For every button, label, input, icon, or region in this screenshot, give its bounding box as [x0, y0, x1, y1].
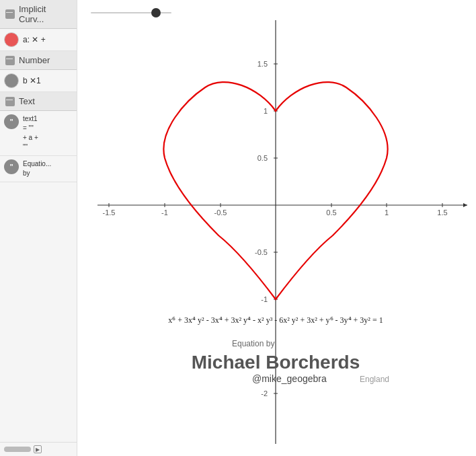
- x-label-1: 1: [385, 208, 389, 217]
- number-color-dot: [4, 73, 19, 88]
- collapse-text-icon: [5, 97, 15, 106]
- text-item-2-line2: by: [23, 169, 51, 178]
- sidebar-section-number[interactable]: Number: [0, 51, 77, 70]
- sidebar: Implicit Curv... a: ✕ + Number b ✕1 Text…: [0, 0, 77, 456]
- y-label--0.5: -0.5: [255, 248, 268, 256]
- y-label-0.5: 0.5: [257, 154, 268, 162]
- graph-area: -1.5 -1 -0.5 0.5 1 1.5 1.5 1 0.5 -0.5 -1: [77, 0, 476, 456]
- y-label--2: -2: [261, 389, 268, 397]
- implicit-curve-item: a: ✕ +: [0, 29, 77, 51]
- equation-text: x⁶ + 3x⁴ y² - 3x⁴ + 3x² y⁴ - x² y³ - 6x²…: [168, 315, 383, 325]
- author-handle: @mike_geogebra: [252, 373, 327, 384]
- text-item-1-line3: + a +: [23, 133, 38, 143]
- x-axis-arrow: [463, 203, 467, 207]
- text-item-1-line2: = "": [23, 124, 38, 133]
- text-item-1: " text1 = "" + a + "": [0, 111, 77, 156]
- y-label-1.5: 1.5: [257, 60, 268, 68]
- number-item-label: b ✕1: [23, 76, 73, 85]
- text-item-2-line1: Equatio...: [23, 159, 51, 169]
- number-label: Number: [19, 55, 50, 65]
- number-item: b ✕1: [0, 70, 77, 92]
- quote-icon-2: ": [4, 159, 19, 174]
- sidebar-section-text[interactable]: Text: [0, 92, 77, 111]
- text-item-1-content: text1 = "" + a + "": [23, 114, 38, 152]
- sidebar-section-implicit-curve[interactable]: Implicit Curv...: [0, 0, 77, 29]
- quote-icon-1: ": [4, 114, 19, 129]
- collapse-implicit-icon: [5, 9, 15, 19]
- y-label--1: -1: [261, 295, 268, 303]
- x-label--1.5: -1.5: [103, 208, 116, 217]
- slider-thumb[interactable]: [151, 8, 161, 17]
- x-label--0.5: -0.5: [214, 208, 227, 217]
- scroll-thumb[interactable]: [4, 447, 31, 452]
- x-label--1: -1: [161, 208, 168, 217]
- text-item-1-line1: text1: [23, 114, 38, 124]
- text-item-2-content: Equatio... by: [23, 159, 51, 178]
- collapse-number-icon: [5, 56, 15, 65]
- author-name: Michael Borcherds: [192, 352, 360, 373]
- x-label-0.5: 0.5: [326, 208, 336, 217]
- x-label-1.5: 1.5: [437, 208, 447, 217]
- graph-svg: -1.5 -1 -0.5 0.5 1 1.5 1.5 1 0.5 -0.5 -1: [77, 0, 476, 456]
- implicit-curve-label: Implicit Curv...: [19, 4, 71, 24]
- curve-item-label: a: ✕ +: [23, 35, 73, 44]
- scroll-right-arrow[interactable]: ▶: [34, 445, 42, 453]
- text-item-2: " Equatio... by: [0, 156, 77, 182]
- author-location: England: [360, 375, 389, 384]
- slider-container: [91, 12, 171, 13]
- y-label-1: 1: [264, 107, 268, 115]
- equation-by-label: Equation by: [232, 339, 274, 348]
- text-label: Text: [19, 96, 35, 106]
- sidebar-footer: ▶: [0, 442, 77, 456]
- curve-color-dot: [4, 32, 19, 47]
- slider-track[interactable]: [91, 12, 171, 13]
- text-item-1-line4: "": [23, 143, 38, 152]
